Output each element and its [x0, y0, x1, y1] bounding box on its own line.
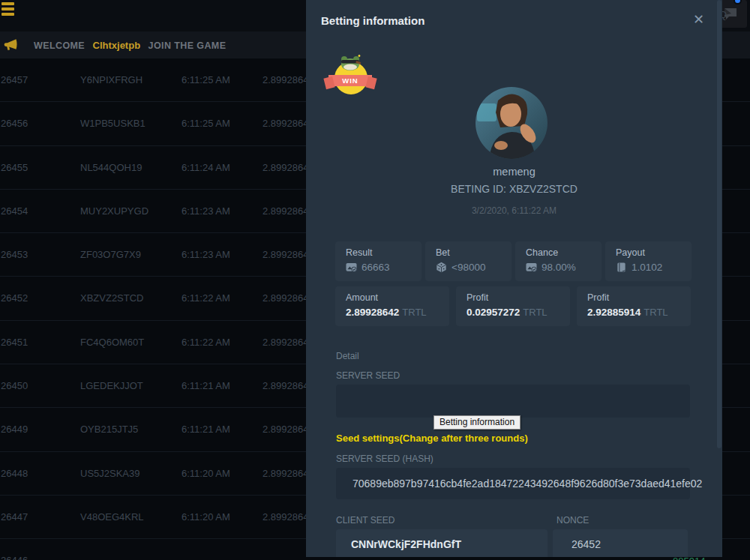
- win-badge: WIN: [328, 57, 372, 97]
- stat-box: Result 66663: [335, 241, 422, 281]
- close-icon[interactable]: ✕: [693, 13, 704, 26]
- bet-id-cell: 26457: [1, 58, 28, 102]
- result-icon: [346, 262, 357, 273]
- bet-id-cell: 26455: [1, 146, 28, 190]
- bet-name-cell: NL544QOH19: [80, 146, 142, 190]
- join-label: JOIN THE GAME: [148, 40, 226, 51]
- bet-name-cell: Y6NPIXFRGH: [80, 58, 142, 102]
- menu-icon[interactable]: [2, 2, 16, 17]
- amount-label: Profit: [587, 292, 691, 303]
- server-seed-input[interactable]: [336, 385, 690, 418]
- dice-icon: [436, 262, 447, 273]
- bet-name-cell: XBZVZ2STCD: [80, 277, 144, 320]
- bet-id-cell: 26448: [1, 452, 28, 496]
- welcome-label: WELCOME: [34, 40, 85, 51]
- detail-label: Detail: [336, 351, 359, 361]
- bet-timestamp: 3/2/2020, 6:11:22 AM: [306, 205, 722, 216]
- client-seed-input[interactable]: CNNrWCkjF2FHdnGfT: [336, 529, 548, 557]
- megaphone-icon: [4, 37, 18, 52]
- bet-name-cell: MUY2XUPYGD: [80, 190, 148, 233]
- amount-label: Profit: [466, 292, 570, 303]
- amount-currency: TRTL: [402, 307, 426, 318]
- username: memeng: [306, 166, 722, 178]
- welcome-username: Clhtxjetpb: [93, 40, 141, 51]
- bet-id-cell: 26452: [1, 277, 28, 320]
- bet-amount-cell: 2.8992864: [262, 321, 308, 364]
- bet-amount-cell: 2.8992864: [262, 102, 308, 145]
- payout-icon: [616, 262, 627, 273]
- amount-box: Profit 0.02957272TRTL: [456, 286, 570, 326]
- stat-value: 98.00%: [542, 262, 576, 273]
- bet-id-cell: 26453: [1, 233, 28, 277]
- nonce-input[interactable]: 26452: [553, 529, 688, 557]
- bet-name-cell: V48OEG4KRL: [80, 496, 144, 539]
- amount-box: Profit 2.92885914TRTL: [577, 286, 691, 326]
- stat-label: Result: [346, 247, 422, 258]
- bet-amount-cell: 2.8992864: [262, 190, 308, 233]
- modal-scrollbar[interactable]: [717, 0, 722, 448]
- bet-id-cell: 26447: [1, 496, 28, 539]
- bet-name-cell: US5J2SKA39: [80, 452, 140, 496]
- win-ribbon: WIN: [328, 75, 372, 86]
- bet-id-cell: 26451: [1, 321, 28, 364]
- bet-amount-cell: 2.8992864: [262, 277, 308, 320]
- server-seed-hash-input[interactable]: 70689eb897b97416cb4fe2ad18472243492648f9…: [336, 468, 690, 499]
- betting-info-modal: Betting information ✕ WIN: [306, 0, 722, 557]
- chance-icon: [526, 262, 537, 273]
- bet-id-cell: 26454: [1, 190, 28, 233]
- bet-time-cell: 6:11:24 AM: [182, 146, 230, 190]
- amount-value: 2.92885914: [587, 307, 640, 318]
- bet-amount-cell: 2.8992864: [262, 496, 308, 539]
- stat-box: Chance 98.00%: [515, 241, 602, 281]
- amount-label: Amount: [346, 292, 449, 303]
- client-seed-label: CLIENT SEED: [336, 515, 394, 526]
- bet-name-cell: LGEDEKJJOT: [80, 364, 143, 408]
- bet-id-cell: 26450: [1, 364, 28, 408]
- seed-settings-label: Seed settings(Change after three rounds): [336, 433, 528, 444]
- user-avatar: [476, 87, 548, 159]
- bet-amounts-row: Amount 2.89928642TRTL Profit 0.02957272T…: [335, 286, 691, 326]
- modal-title: Betting information: [321, 14, 424, 27]
- stat-box: Bet <98000: [425, 241, 512, 281]
- bet-id-cell: 26456: [1, 102, 28, 145]
- bet-time-cell: 6:11:20 AM: [182, 452, 230, 496]
- stat-box: Payout 1.0102: [605, 241, 692, 281]
- bet-name-cell: OYB215JTJ5: [80, 408, 138, 451]
- bet-time-cell: 6:11:21 AM: [182, 408, 230, 451]
- amount-value: 2.89928642: [346, 307, 399, 318]
- bet-time-cell: 6:11:23 AM: [182, 233, 230, 277]
- bet-amount-cell: 2.8992864: [262, 233, 308, 277]
- bet-time-cell: 6:11:21 AM: [182, 364, 230, 408]
- app-root: WELCOME Clhtxjetpb JOIN THE GAME Q 26457…: [0, 0, 750, 560]
- bet-amount-cell: 2.8992864: [262, 58, 308, 102]
- stat-value: <98000: [452, 262, 485, 273]
- stat-label: Chance: [526, 247, 602, 258]
- bet-name-cell: W1PB5USKB1: [80, 102, 146, 145]
- amount-currency: TRTL: [523, 307, 547, 318]
- amount-box: Amount 2.89928642TRTL: [335, 286, 449, 326]
- bet-time-cell: 6:11:22 AM: [182, 321, 230, 364]
- bet-time-cell: 6:11:23 AM: [182, 190, 230, 233]
- bet-time-cell: 6:11:20 AM: [182, 496, 230, 539]
- bet-name-cell: FC4Q6OM60T: [80, 321, 144, 364]
- welcome-message: WELCOME Clhtxjetpb JOIN THE GAME: [34, 31, 226, 58]
- bet-amount-cell: 2.8992864: [262, 146, 308, 190]
- bet-name-cell: ZF03O7G7X9: [80, 233, 141, 277]
- bet-id-cell: 26449: [1, 408, 28, 451]
- stat-label: Bet: [436, 247, 512, 258]
- server-seed-label: SERVER SEED: [336, 370, 400, 381]
- bet-time-cell: 6:11:25 AM: [182, 58, 230, 102]
- amount-currency: TRTL: [644, 307, 668, 318]
- bet-amount-cell: 2.8992864: [262, 364, 308, 408]
- stat-value: 1.0102: [632, 262, 662, 273]
- bet-stats-row: Result 66663 Bet <98000 Chance 98.00% Pa…: [335, 241, 692, 281]
- betting-id: BETING ID: XBZVZ2STCD: [306, 183, 722, 195]
- tooltip: Betting information: [434, 415, 520, 430]
- stat-value: 66663: [362, 262, 390, 273]
- bet-time-cell: 6:11:22 AM: [182, 277, 230, 320]
- stat-label: Payout: [616, 247, 692, 258]
- nonce-label: NONCE: [556, 515, 589, 526]
- bet-time-cell: 6:11:25 AM: [182, 102, 230, 145]
- frog-icon: [339, 54, 363, 70]
- bet-id-cell: 26446: [1, 539, 28, 560]
